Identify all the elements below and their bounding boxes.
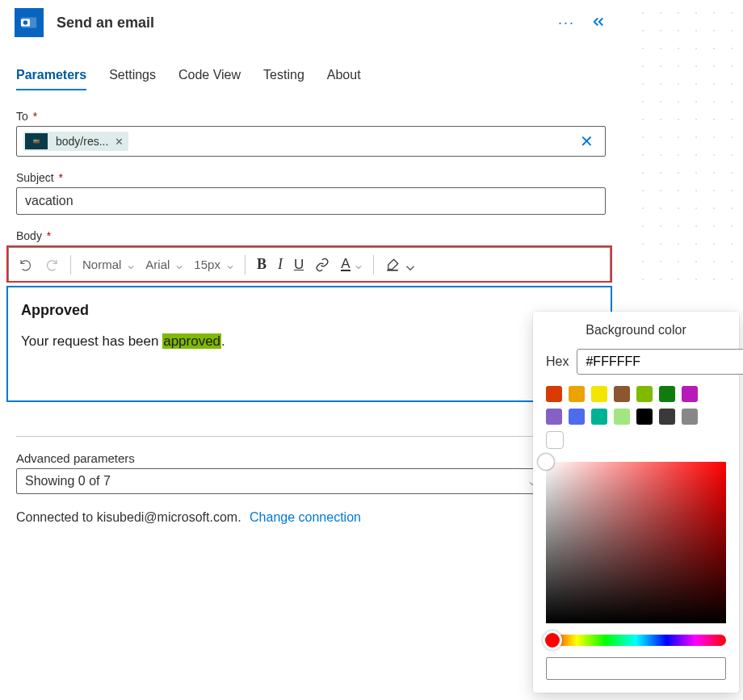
color-picker-title: Background color — [546, 323, 726, 337]
format-select[interactable]: Normal — [78, 254, 139, 275]
action-panel: Send an email ··· Parameters Settings Co… — [0, 0, 622, 541]
undo-button[interactable] — [14, 254, 38, 275]
to-label: To * — [16, 110, 606, 123]
advanced-select[interactable]: Showing 0 of 7 — [16, 468, 544, 494]
size-select[interactable]: 15px — [189, 254, 238, 275]
bold-button[interactable]: B — [252, 253, 271, 276]
color-swatch[interactable] — [569, 409, 585, 425]
swatch-row-1 — [546, 386, 726, 402]
highlighted-text: approved — [162, 333, 221, 349]
body-toolbar-highlight-box: Normal Arial 15px B I U A — [6, 245, 612, 283]
opacity-input[interactable] — [546, 657, 726, 680]
to-token[interactable]: body/res... ✕ — [23, 132, 128, 151]
panel-title: Send an email — [57, 15, 558, 31]
swatch-white[interactable] — [546, 431, 564, 449]
collapse-icon[interactable] — [591, 15, 606, 31]
color-swatch[interactable] — [546, 386, 562, 402]
rich-text-toolbar: Normal Arial 15px B I U A — [8, 247, 611, 281]
tab-settings[interactable]: Settings — [109, 68, 156, 90]
body-label: Body * — [16, 229, 606, 242]
tab-testing[interactable]: Testing — [263, 68, 304, 90]
subject-input[interactable] — [23, 193, 598, 209]
outlook-icon — [15, 8, 44, 37]
saturation-gradient[interactable] — [546, 462, 726, 623]
color-swatch[interactable] — [659, 409, 675, 425]
tabs: Parameters Settings Code View Testing Ab… — [0, 44, 622, 90]
color-swatch[interactable] — [636, 409, 653, 425]
color-swatch[interactable] — [614, 386, 630, 402]
chevron-down-icon — [225, 261, 233, 269]
advanced-label: Advanced parameters — [0, 437, 622, 468]
body-line: Your request has been approved. — [21, 330, 598, 352]
toolbar-separator — [245, 255, 246, 275]
token-label: body/res... — [56, 135, 108, 148]
swatch-row-2 — [546, 409, 726, 425]
tab-code-view[interactable]: Code View — [178, 68, 241, 90]
body-editor[interactable]: Approved Your request has been approved. — [6, 286, 612, 402]
chevron-down-icon — [126, 261, 134, 269]
color-swatch[interactable] — [546, 409, 562, 425]
advanced-select-value: Showing 0 of 7 — [25, 474, 111, 488]
color-swatch[interactable] — [636, 386, 653, 402]
tab-parameters[interactable]: Parameters — [16, 68, 86, 90]
token-icon — [25, 133, 48, 149]
color-swatch[interactable] — [591, 386, 607, 402]
chevron-down-icon — [403, 261, 411, 269]
swatch-row-3 — [546, 431, 726, 449]
to-input[interactable]: body/res... ✕ ✕ — [16, 126, 606, 157]
color-swatch[interactable] — [682, 409, 698, 425]
toolbar-separator — [70, 255, 71, 275]
hue-thumb[interactable] — [543, 631, 562, 650]
hex-input[interactable] — [577, 349, 743, 375]
font-color-button[interactable]: A — [336, 255, 366, 275]
chevron-down-icon — [354, 261, 362, 269]
tab-about[interactable]: About — [327, 68, 361, 90]
color-picker-popover: Background color Hex — [533, 312, 739, 693]
svg-point-2 — [23, 20, 28, 25]
connection-text: Connected to kisubedi@microsoft.com. — [16, 510, 241, 524]
hue-slider[interactable] — [546, 635, 726, 646]
clear-icon[interactable]: ✕ — [580, 132, 598, 151]
italic-button[interactable]: I — [273, 253, 288, 276]
font-select[interactable]: Arial — [141, 254, 187, 275]
token-remove-icon[interactable]: ✕ — [115, 136, 124, 148]
color-swatch[interactable] — [591, 409, 607, 425]
underline-button[interactable]: U — [289, 254, 309, 276]
redo-button[interactable] — [40, 254, 64, 275]
canvas-dots-background — [630, 0, 743, 283]
color-swatch[interactable] — [682, 386, 698, 402]
connection-row: Connected to kisubedi@microsoft.com. Cha… — [0, 494, 622, 541]
change-connection-link[interactable]: Change connection — [250, 510, 361, 524]
more-icon[interactable]: ··· — [558, 15, 575, 31]
link-button[interactable] — [310, 254, 334, 275]
subject-input-wrap — [16, 187, 606, 215]
color-swatch[interactable] — [569, 386, 585, 402]
color-swatch[interactable] — [659, 386, 675, 402]
gradient-thumb[interactable] — [538, 454, 554, 470]
highlight-color-button[interactable] — [380, 254, 416, 275]
toolbar-separator — [373, 255, 374, 275]
hex-label: Hex — [546, 354, 569, 369]
chevron-down-icon — [174, 261, 183, 269]
subject-label: Subject * — [16, 171, 606, 184]
body-heading: Approved — [21, 299, 598, 322]
panel-header: Send an email ··· — [0, 0, 622, 44]
color-swatch[interactable] — [614, 409, 630, 425]
